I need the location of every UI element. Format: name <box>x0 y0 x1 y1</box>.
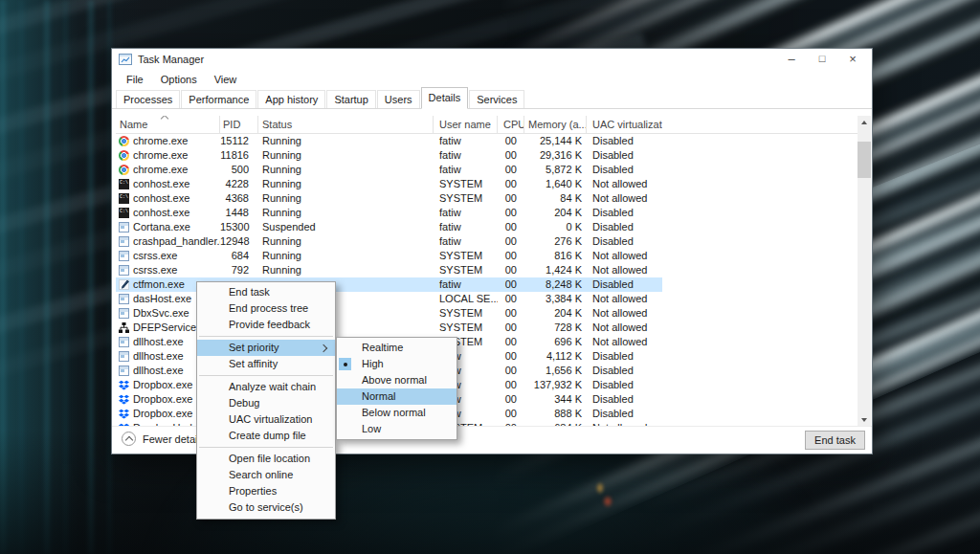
network-icon <box>119 322 129 333</box>
cell-memory: 1,424 K <box>524 263 587 277</box>
column-header-label: CPU <box>503 119 524 130</box>
cell-user-name: SYSTEM <box>434 263 498 277</box>
cell-user-name: fatiw <box>434 220 498 234</box>
priority-option-low[interactable]: Low <box>337 421 457 437</box>
context-menu-item-properties[interactable]: Properties <box>197 483 335 499</box>
tab-performance[interactable]: Performance <box>181 90 256 108</box>
dropbox-icon <box>119 380 129 390</box>
cell-pid: 500 <box>220 163 258 177</box>
tab-app-history[interactable]: App history <box>257 90 325 108</box>
cell-uac-virtualization: Not allowed <box>587 191 662 206</box>
context-menu-item-debug[interactable]: Debug <box>197 395 335 411</box>
cell-user-name: fatiw <box>434 234 498 249</box>
column-header-label: User name <box>439 119 491 130</box>
cell-name: csrss.exe <box>116 249 220 263</box>
cell-cpu: 00 <box>498 335 524 349</box>
priority-option-realtime[interactable]: Realtime <box>337 340 457 356</box>
table-row[interactable]: csrss.exe684RunningSYSTEM00816 KNot allo… <box>116 249 662 263</box>
tab-processes[interactable]: Processes <box>116 90 180 108</box>
priority-option-normal[interactable]: Normal <box>337 388 457 405</box>
cell-user-name: fatiw <box>434 163 498 177</box>
vertical-scrollbar[interactable] <box>858 116 871 427</box>
context-menu-item-open-file-location[interactable]: Open file location <box>197 451 335 467</box>
context-menu-item-end-process-tree[interactable]: End process tree <box>197 300 335 317</box>
maximize-button[interactable]: □ <box>807 49 837 70</box>
context-menu-item-set-affinity[interactable]: Set affinity <box>197 356 335 372</box>
cell-uac-virtualization: Not allowed <box>587 335 662 349</box>
context-menu-item-provide-feedback[interactable]: Provide feedback <box>197 317 335 333</box>
column-header-user-name[interactable]: User name <box>434 116 498 133</box>
context-menu-item-analyze-wait-chain[interactable]: Analyze wait chain <box>197 379 335 395</box>
table-row[interactable]: chrome.exe15112Runningfatiw0025,144 KDis… <box>116 134 662 148</box>
column-header-pid[interactable]: PID <box>220 116 258 133</box>
cell-cpu: 00 <box>498 364 524 378</box>
column-header-memory-a-[interactable]: Memory (a... <box>524 116 587 133</box>
tab-startup[interactable]: Startup <box>326 90 375 108</box>
tab-users[interactable]: Users <box>377 90 420 108</box>
tab-details[interactable]: Details <box>421 87 469 109</box>
tab-services[interactable]: Services <box>469 90 524 108</box>
cell-user-name: SYSTEM <box>434 306 498 321</box>
context-menu-item-search-online[interactable]: Search online <box>197 467 335 483</box>
cell-uac-virtualization: Disabled <box>587 234 662 249</box>
column-header-name[interactable]: Name <box>116 116 220 133</box>
scrollbar-thumb[interactable] <box>858 142 871 178</box>
menubar-item-options[interactable]: Options <box>152 70 206 89</box>
cell-status: Running <box>258 148 434 163</box>
cell-cpu: 00 <box>498 306 524 321</box>
table-row[interactable]: conhost.exe4228RunningSYSTEM001,640 KNot… <box>116 177 662 191</box>
column-header-cpu[interactable]: CPU <box>498 116 524 133</box>
close-button[interactable]: × <box>837 49 868 70</box>
process-name: ctfmon.exe <box>133 277 185 292</box>
title-bar[interactable]: Task Manager – □ × <box>112 49 872 70</box>
cell-uac-virtualization: Disabled <box>587 378 662 392</box>
cell-uac-virtualization: Not allowed <box>587 177 662 191</box>
column-header-uac-virtualizat-[interactable]: UAC virtualizat... <box>587 116 662 133</box>
cell-cpu: 00 <box>498 134 524 148</box>
table-row[interactable]: chrome.exe11816Runningfatiw0029,316 KDis… <box>116 148 662 163</box>
context-menu-item-go-to-service-s-[interactable]: Go to service(s) <box>197 499 335 516</box>
menubar-item-view[interactable]: View <box>206 70 246 89</box>
table-row[interactable]: conhost.exe4368RunningSYSTEM0084 KNot al… <box>116 191 662 206</box>
context-menu-item-uac-virtualization[interactable]: UAC virtualization <box>197 411 335 428</box>
cell-uac-virtualization: Disabled <box>587 220 662 234</box>
cell-user-name: fatiw <box>434 277 498 292</box>
cell-name: conhost.exe <box>116 177 220 191</box>
cell-status: Running <box>258 191 434 206</box>
fewer-details-toggle[interactable]: Fewer details <box>122 432 205 446</box>
submenu-arrow-icon <box>320 343 327 351</box>
scroll-down-button[interactable] <box>858 413 871 427</box>
app-icon <box>119 294 129 304</box>
process-name: dllhost.exe <box>133 335 184 349</box>
cell-cpu: 00 <box>498 220 524 234</box>
column-header-status[interactable]: Status <box>258 116 434 133</box>
column-header-label: PID <box>223 119 240 130</box>
end-task-button[interactable]: End task <box>805 431 865 450</box>
priority-option-below-normal[interactable]: Below normal <box>337 405 457 421</box>
priority-option-high[interactable]: High <box>337 356 457 372</box>
cell-cpu: 00 <box>498 163 524 177</box>
cell-user-name: SYSTEM <box>434 177 498 191</box>
priority-submenu: RealtimeHighAbove normalNormalBelow norm… <box>336 337 457 440</box>
table-row[interactable]: Cortana.exe15300Suspendedfatiw000 KDisab… <box>116 220 662 234</box>
table-row[interactable]: csrss.exe792RunningSYSTEM001,424 KNot al… <box>116 263 662 277</box>
cell-user-name: fatiw <box>434 148 498 163</box>
minimize-button[interactable]: – <box>776 49 807 70</box>
table-row[interactable]: crashpad_handler.exe12948Runningfatiw002… <box>116 234 662 249</box>
process-name: conhost.exe <box>133 177 189 191</box>
scroll-up-button[interactable] <box>858 116 871 129</box>
table-row[interactable]: conhost.exe1448Runningfatiw00204 KDisabl… <box>116 206 662 220</box>
context-menu-item-end-task[interactable]: End task <box>197 284 335 300</box>
table-row[interactable]: chrome.exe500Runningfatiw005,872 KDisabl… <box>116 163 662 177</box>
radio-selected-icon <box>339 358 351 370</box>
priority-option-above-normal[interactable]: Above normal <box>337 372 457 388</box>
cell-cpu: 00 <box>498 191 524 206</box>
process-name: Dropbox.exe <box>133 378 192 392</box>
app-icon <box>119 308 129 319</box>
menubar-item-file[interactable]: File <box>118 70 152 89</box>
cell-memory: 816 K <box>524 249 587 263</box>
context-menu-item-create-dump-file[interactable]: Create dump file <box>197 428 335 444</box>
context-menu-item-set-priority[interactable]: Set priority <box>197 340 335 356</box>
cell-status: Running <box>258 177 434 191</box>
cell-name: conhost.exe <box>116 206 220 220</box>
